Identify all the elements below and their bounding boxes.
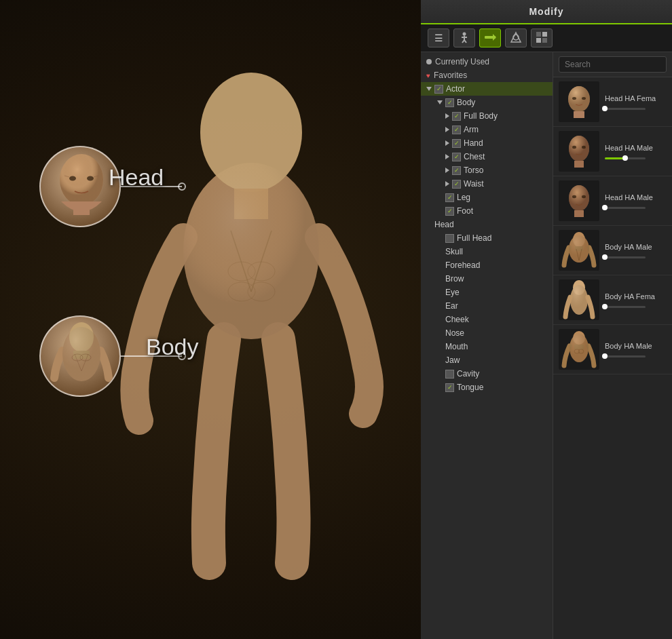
svg-line-4 bbox=[251, 231, 272, 292]
thumb-right-head-ha-male-2: Head HA Male bbox=[605, 193, 667, 209]
sliders-button[interactable]: ☰ bbox=[428, 28, 449, 47]
forehead-item[interactable]: Forehead bbox=[421, 258, 553, 272]
torso-arrow bbox=[445, 168, 449, 173]
sliders-icon: ☰ bbox=[434, 33, 443, 43]
waist-arrow bbox=[445, 181, 449, 187]
actor-checkbox[interactable] bbox=[434, 85, 443, 94]
head-label: Head bbox=[109, 164, 164, 191]
leg-checkbox[interactable] bbox=[445, 193, 454, 202]
chest-item[interactable]: Chest bbox=[421, 150, 553, 163]
full-body-item[interactable]: Full Body bbox=[421, 109, 553, 123]
svg-point-42 bbox=[582, 97, 586, 100]
foot-label: Foot bbox=[457, 206, 473, 216]
arm-arrow bbox=[445, 127, 449, 132]
svg-point-39 bbox=[568, 86, 590, 112]
cavity-checkbox[interactable] bbox=[445, 370, 454, 379]
cavity-label: Cavity bbox=[457, 369, 479, 379]
thumb-label-head-ha-male-1: Head HA Male bbox=[605, 144, 667, 152]
svg-point-7 bbox=[228, 282, 255, 301]
tongue-item[interactable]: Tongue bbox=[421, 381, 553, 394]
ear-item[interactable]: Ear bbox=[421, 299, 553, 313]
thumb-img-head-ha-male-1 bbox=[559, 131, 599, 172]
toolbar: ☰ bbox=[421, 24, 672, 52]
cheek-item[interactable]: Cheek bbox=[421, 313, 553, 326]
cavity-item[interactable]: Cavity bbox=[421, 367, 553, 381]
svg-point-67 bbox=[570, 285, 588, 315]
thumb-head-ha-male-2[interactable]: Head HA Male bbox=[553, 176, 672, 226]
svg-point-63 bbox=[569, 235, 589, 263]
slider-track-body-ha-male[interactable] bbox=[605, 256, 646, 258]
thumb-label-head-ha-female: Head HA Fema bbox=[605, 94, 667, 102]
full-head-checkbox[interactable] bbox=[445, 234, 454, 243]
panel-title: Modify bbox=[529, 6, 563, 17]
slider-track-head-ha-female[interactable] bbox=[605, 108, 646, 110]
thumb-label-body-ha-female: Body HA Fema bbox=[605, 292, 667, 301]
waist-item[interactable]: Waist bbox=[421, 177, 553, 191]
head-group-item[interactable]: Head bbox=[421, 218, 553, 231]
actor-item[interactable]: Actor bbox=[421, 82, 553, 96]
foot-item[interactable]: Foot bbox=[421, 204, 553, 218]
arm-item[interactable]: Arm bbox=[421, 123, 553, 136]
skull-item[interactable]: Skull bbox=[421, 245, 553, 258]
tongue-checkbox[interactable] bbox=[445, 383, 454, 392]
thumb-slider-head-ha-male-2 bbox=[605, 207, 667, 209]
foot-checkbox[interactable] bbox=[445, 207, 454, 216]
favorites-label: Favorites bbox=[434, 71, 467, 80]
chest-label: Chest bbox=[464, 152, 485, 161]
slider-track-body-ha-female[interactable] bbox=[605, 306, 646, 308]
thumb-slider-head-ha-female bbox=[605, 108, 667, 110]
slider-track-head-ha-male-1[interactable] bbox=[605, 157, 646, 159]
full-body-checkbox[interactable] bbox=[452, 112, 461, 121]
figure-area bbox=[0, 0, 462, 639]
hand-checkbox[interactable] bbox=[452, 139, 461, 148]
body-item[interactable]: Body bbox=[421, 96, 553, 109]
thumb-label-head-ha-male-2: Head HA Male bbox=[605, 193, 667, 201]
checker-button[interactable] bbox=[531, 28, 553, 47]
nose-item[interactable]: Nose bbox=[421, 326, 553, 340]
eye-label: Eye bbox=[445, 288, 460, 297]
panel-header: Modify bbox=[421, 0, 672, 24]
eye-item[interactable]: Eye bbox=[421, 286, 553, 299]
torso-checkbox[interactable] bbox=[452, 166, 461, 175]
search-input[interactable] bbox=[559, 56, 667, 73]
currently-used-section[interactable]: Currently Used bbox=[421, 55, 553, 69]
thumb-head-ha-male-1[interactable]: Head HA Male bbox=[553, 127, 672, 176]
svg-rect-33 bbox=[536, 32, 541, 37]
arm-checkbox[interactable] bbox=[452, 125, 461, 134]
morph-button[interactable] bbox=[479, 28, 501, 47]
thumb-body-ha-male[interactable]: Body HA Male bbox=[553, 226, 672, 275]
modify-panel: Modify ☰ bbox=[421, 0, 672, 639]
torso-label: Torso bbox=[464, 166, 483, 175]
figure-button[interactable] bbox=[453, 28, 475, 47]
mouth-item[interactable]: Mouth bbox=[421, 340, 553, 353]
thumb-body-ha-male-2[interactable]: Body HA Male bbox=[553, 325, 672, 374]
body-checkbox[interactable] bbox=[445, 98, 454, 107]
full-head-item[interactable]: Full Head bbox=[421, 231, 553, 245]
thumb-img-body-ha-female bbox=[559, 279, 599, 320]
torso-item[interactable]: Torso bbox=[421, 163, 553, 177]
tree-panel: Currently Used ♥ Favorites Actor Body bbox=[421, 52, 553, 639]
search-bar bbox=[553, 52, 672, 77]
leg-item[interactable]: Leg bbox=[421, 191, 553, 204]
waist-checkbox[interactable] bbox=[452, 180, 461, 189]
svg-point-41 bbox=[572, 97, 576, 100]
favorites-section[interactable]: ♥ Favorites bbox=[421, 69, 553, 82]
shape-button[interactable] bbox=[505, 28, 527, 47]
thumb-slider-body-ha-female bbox=[605, 306, 667, 308]
thumb-label-body-ha-male-2: Body HA Male bbox=[605, 342, 667, 350]
thumb-head-ha-female[interactable]: Head HA Fema bbox=[553, 77, 672, 127]
svg-point-53 bbox=[569, 185, 589, 211]
jaw-label: Jaw bbox=[445, 355, 460, 365]
svg-point-74 bbox=[570, 334, 589, 362]
jaw-item[interactable]: Jaw bbox=[421, 353, 553, 367]
tongue-label: Tongue bbox=[457, 383, 483, 392]
chest-checkbox[interactable] bbox=[452, 153, 461, 161]
full-body-label: Full Body bbox=[464, 111, 498, 121]
thumb-body-ha-female[interactable]: Body HA Fema bbox=[553, 275, 672, 325]
slider-track-head-ha-male-2[interactable] bbox=[605, 207, 646, 209]
brow-item[interactable]: Brow bbox=[421, 272, 553, 286]
heart-icon: ♥ bbox=[426, 72, 430, 79]
svg-rect-34 bbox=[542, 32, 547, 37]
hand-item[interactable]: Hand bbox=[421, 136, 553, 150]
slider-track-body-ha-male-2[interactable] bbox=[605, 355, 646, 357]
